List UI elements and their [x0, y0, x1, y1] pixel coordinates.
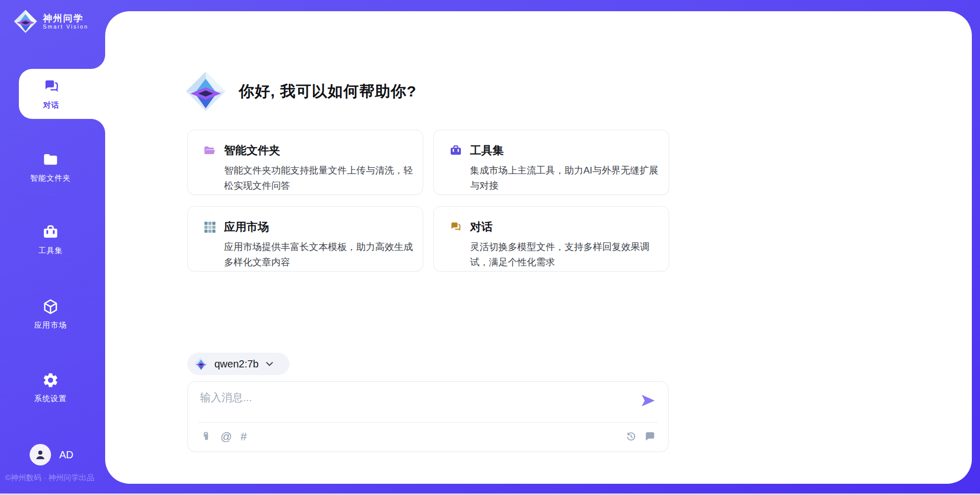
avatar: [30, 444, 51, 465]
tab-fillet-bottom: [91, 119, 105, 133]
brand-diamond-icon: [194, 357, 208, 371]
card-title: 工具集: [470, 143, 504, 158]
card-smart-folder[interactable]: 智能文件夹 智能文件夹功能支持批量文件上传与清洗，轻松实现文件问答: [187, 130, 423, 195]
history-icon: [625, 431, 637, 442]
chat-bubbles-icon: [449, 220, 462, 234]
feature-cards: 智能文件夹 智能文件夹功能支持批量文件上传与清洗，轻松实现文件问答 工具集 集成…: [187, 130, 669, 271]
card-title: 对话: [470, 219, 493, 235]
card-app-market[interactable]: 应用市场 应用市场提供丰富长文本模板，助力高效生成多样化文章内容: [187, 206, 423, 271]
brand-name: 神州问学: [43, 13, 88, 23]
card-title: 应用市场: [224, 219, 269, 235]
model-selector[interactable]: qwen2:7b: [187, 353, 289, 375]
greeting-text: 你好, 我可以如何帮助你?: [239, 81, 416, 102]
person-icon: [34, 448, 47, 461]
card-description: 智能文件夹功能支持批量文件上传与清洗，轻松实现文件问答: [224, 163, 417, 193]
sidebar-item-app-market[interactable]: 应用市场: [0, 298, 105, 330]
paperclip-icon: [200, 431, 212, 442]
chat-history-button[interactable]: [644, 431, 656, 442]
sidebar-item-label: 智能文件夹: [30, 174, 71, 183]
sidebar-item-label: 对话: [43, 101, 60, 110]
toolbox-icon: [42, 224, 59, 241]
message-composer: @ #: [187, 381, 669, 452]
sidebar-item-toolset[interactable]: 工具集: [0, 224, 105, 256]
grid-icon: [203, 220, 216, 234]
chat-bubble-icon: [644, 431, 656, 442]
sidebar-item-chat[interactable]: 对话: [19, 69, 105, 119]
brand-logo: 神州问学 Smart Vision: [13, 9, 88, 34]
hash-icon[interactable]: #: [240, 431, 247, 442]
sidebar-item-label: 应用市场: [34, 320, 67, 330]
copyright-footer: ©神州数码 · 神州问学出品: [5, 473, 105, 483]
attach-file-button[interactable]: [200, 431, 212, 442]
card-title: 智能文件夹: [224, 143, 280, 158]
gear-icon: [42, 372, 59, 389]
card-chat[interactable]: 对话 灵活切换多模型文件，支持多样回复效果调试，满足个性化需求: [433, 206, 669, 271]
brand-subtitle: Smart Vision: [43, 23, 88, 30]
card-description: 集成市场上主流工具，助力AI与外界无缝扩展与对接: [470, 163, 663, 193]
sidebar-item-settings[interactable]: 系统设置: [0, 372, 105, 404]
card-description: 灵活切换多模型文件，支持多样回复效果调试，满足个性化需求: [470, 239, 663, 270]
cube-icon: [42, 298, 59, 315]
sidebar-item-smart-folder[interactable]: 智能文件夹: [0, 151, 105, 183]
brand-diamond-icon: [13, 9, 38, 34]
sidebar-item-label: 系统设置: [34, 394, 67, 404]
composer-divider: [198, 422, 658, 423]
at-icon[interactable]: @: [220, 431, 232, 442]
folder-icon: [42, 151, 59, 168]
brand-diamond-icon: [185, 70, 227, 112]
sidebar-item-label: 工具集: [38, 246, 63, 256]
greeting: 你好, 我可以如何帮助你?: [185, 70, 416, 112]
send-button[interactable]: [640, 392, 656, 409]
folder-open-icon: [203, 144, 216, 157]
send-icon: [640, 392, 656, 409]
message-input[interactable]: [200, 390, 624, 418]
chat-bubbles-icon: [42, 78, 61, 96]
model-name: qwen2:7b: [214, 358, 259, 370]
card-description: 应用市场提供丰富长文本模板，助力高效生成多样化文章内容: [224, 239, 417, 270]
chevron-down-icon: [266, 362, 273, 366]
toolbox-icon: [449, 144, 462, 157]
user-account[interactable]: AD: [30, 444, 74, 465]
history-button[interactable]: [625, 431, 637, 442]
card-toolset[interactable]: 工具集 集成市场上主流工具，助力AI与外界无缝扩展与对接: [433, 130, 669, 195]
tab-fillet-top: [91, 55, 105, 69]
user-name: AD: [59, 449, 74, 461]
